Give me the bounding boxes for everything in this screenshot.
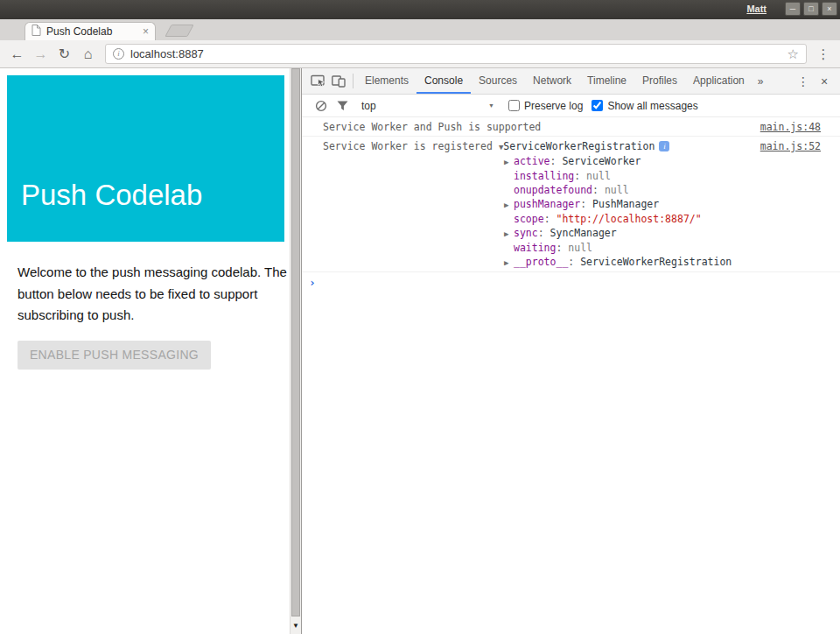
more-tabs-button[interactable]: » — [752, 75, 769, 88]
minimize-button[interactable]: ─ — [785, 2, 801, 16]
session-user-label[interactable]: Matt — [746, 4, 766, 14]
devtools-panel: Elements Console Sources Network Timelin… — [301, 68, 840, 634]
show-all-messages-input[interactable] — [592, 100, 603, 111]
console-message: main.js:48 Service Worker and Push is su… — [302, 117, 840, 137]
inspect-element-button[interactable] — [307, 71, 328, 92]
property-name: scope — [514, 213, 556, 225]
scroll-down-icon[interactable]: ▼ — [290, 621, 301, 631]
minimize-icon: ─ — [790, 4, 795, 13]
property-value: null — [586, 170, 611, 182]
object-class-name[interactable]: ServiceWorkerRegistration — [503, 140, 654, 152]
property-row[interactable]: ▶__proto__ServiceWorkerRegistration — [504, 255, 821, 270]
tab-network[interactable]: Network — [525, 68, 579, 94]
url-text[interactable]: localhost:8887 — [130, 47, 204, 60]
property-name: __proto__ — [514, 256, 580, 268]
object-properties: ▶activeServiceWorker installingnull onup… — [504, 154, 821, 270]
property-row[interactable]: onupdatefoundnull — [504, 183, 821, 197]
page-hero-banner: Push Codelab — [7, 75, 284, 242]
property-value: null — [568, 242, 592, 254]
property-row[interactable]: ▶activeServiceWorker — [504, 154, 821, 169]
maximize-button[interactable]: □ — [803, 2, 819, 16]
paragraph-line: button below needs to be fixed to suppor… — [18, 284, 287, 306]
property-name: onupdatefound — [514, 184, 605, 196]
property-row[interactable]: ▶syncSyncManager — [504, 226, 821, 241]
info-badge-icon: i — [659, 141, 669, 151]
property-value: "http://localhost:8887/" — [556, 213, 701, 225]
maximize-icon: □ — [808, 4, 813, 13]
property-name: waiting — [514, 242, 568, 254]
tab-elements[interactable]: Elements — [357, 68, 416, 94]
browser-toolbar: ← → ↻ ⌂ i localhost:8887 ☆ ⋮ — [0, 40, 840, 68]
paragraph-line: subscribing to push. — [18, 305, 287, 327]
back-button[interactable]: ← — [5, 46, 29, 62]
enable-push-button[interactable]: ENABLE PUSH MESSAGING — [18, 341, 211, 370]
devtools-close-button[interactable]: × — [814, 74, 835, 88]
property-value: ServiceWorker — [562, 155, 640, 167]
console-prompt[interactable]: › — [302, 272, 840, 292]
console-message-text: Service Worker and Push is supported — [323, 121, 541, 133]
prompt-chevron-icon: › — [309, 276, 316, 289]
device-icon — [332, 75, 346, 88]
inspect-cursor-icon — [311, 74, 326, 88]
page-scrollbar[interactable]: ▼ — [290, 68, 301, 634]
property-row[interactable]: installingnull — [504, 169, 821, 183]
new-tab-button[interactable] — [164, 25, 193, 37]
property-row[interactable]: waitingnull — [504, 241, 821, 255]
page-info-icon[interactable]: i — [113, 48, 124, 60]
tab-close-icon[interactable]: × — [143, 26, 149, 37]
tab-application[interactable]: Application — [685, 68, 752, 94]
expand-icon[interactable]: ▶ — [504, 227, 514, 241]
property-row[interactable]: scope"http://localhost:8887/" — [504, 212, 821, 226]
property-name: sync — [514, 227, 550, 239]
page-title: Push Codelab — [21, 179, 202, 212]
expand-icon[interactable]: ▶ — [504, 155, 514, 169]
preserve-log-checkbox[interactable]: Preserve log — [508, 100, 583, 112]
property-value: ServiceWorkerRegistration — [580, 256, 732, 268]
console-message-text: Service Worker is registered — [323, 140, 493, 152]
bookmark-star-icon[interactable]: ☆ — [788, 46, 799, 62]
page-content: Push Codelab Welcome to the push messagi… — [0, 68, 290, 634]
devtools-menu-button[interactable]: ⋮ — [793, 74, 814, 88]
paragraph-line: Welcome to the push messaging codelab. T… — [18, 262, 287, 284]
show-all-messages-checkbox[interactable]: Show all messages — [592, 100, 697, 112]
chevron-down-icon: ▼ — [488, 102, 500, 109]
console-toolbar: top ▼ Preserve log Show all messages — [302, 95, 840, 117]
property-value: PushManager — [592, 198, 659, 210]
device-toolbar-button[interactable] — [328, 71, 349, 92]
toolbar-divider — [353, 74, 354, 88]
show-all-messages-label: Show all messages — [607, 100, 697, 112]
property-name: pushManager — [514, 198, 592, 210]
tab-sources[interactable]: Sources — [471, 68, 525, 94]
scrollbar-thumb[interactable] — [291, 68, 300, 616]
preserve-log-label: Preserve log — [524, 100, 583, 112]
expand-icon[interactable]: ▶ — [504, 198, 514, 212]
filter-button[interactable] — [332, 95, 353, 116]
property-name: installing — [514, 170, 586, 182]
clear-console-button[interactable] — [311, 95, 332, 116]
reload-button[interactable]: ↻ — [52, 46, 76, 62]
browser-tab[interactable]: Push Codelab × — [24, 22, 156, 40]
expand-icon[interactable]: ▶ — [504, 256, 514, 270]
browser-menu-button[interactable]: ⋮ — [812, 46, 835, 62]
console-messages: main.js:48 Service Worker and Push is su… — [302, 117, 840, 634]
source-link[interactable]: main.js:52 — [760, 139, 821, 153]
tab-console[interactable]: Console — [416, 68, 471, 94]
property-value: SyncManager — [550, 227, 617, 239]
forward-button[interactable]: → — [29, 46, 52, 62]
titlebar: Matt ─ □ × — [0, 0, 840, 19]
clear-console-icon — [315, 100, 327, 112]
tab-profiles[interactable]: Profiles — [634, 68, 685, 94]
execution-context-selector[interactable]: top ▼ — [361, 100, 500, 112]
property-value: null — [605, 184, 629, 196]
window-close-icon: × — [827, 4, 831, 13]
property-row[interactable]: ▶pushManagerPushManager — [504, 197, 821, 212]
preserve-log-input[interactable] — [508, 100, 520, 111]
tab-timeline[interactable]: Timeline — [579, 68, 634, 94]
window-controls: ─ □ × — [785, 2, 837, 16]
source-link[interactable]: main.js:48 — [760, 120, 821, 134]
context-label: top — [361, 100, 376, 112]
address-bar[interactable]: i localhost:8887 ☆ — [105, 44, 807, 64]
home-button[interactable]: ⌂ — [76, 46, 100, 62]
window-close-button[interactable]: × — [822, 2, 837, 16]
tab-strip: Push Codelab × — [0, 19, 840, 40]
